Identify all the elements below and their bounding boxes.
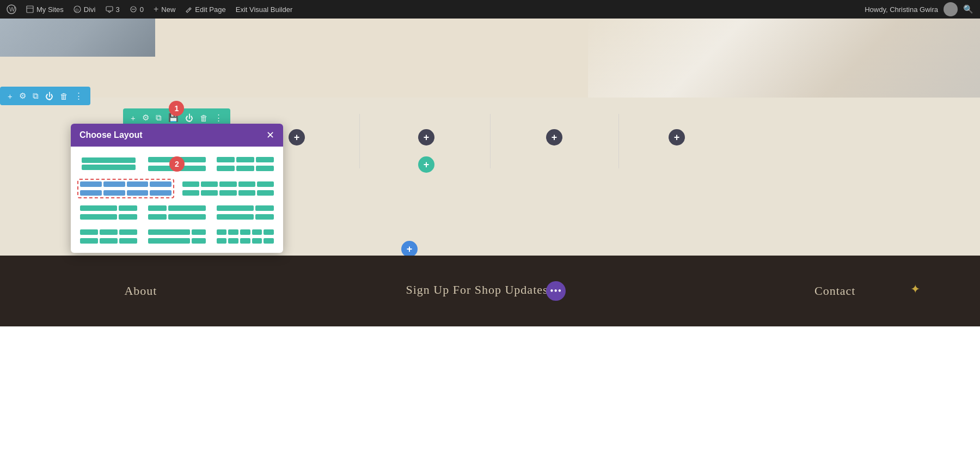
footer-about[interactable]: About	[124, 284, 157, 298]
divider-line-1	[359, 114, 360, 168]
layout-three-unequal[interactable]	[145, 203, 208, 222]
plus-button-teal[interactable]: +	[418, 156, 434, 173]
top-image-right	[588, 19, 980, 98]
plus-button-2[interactable]: +	[418, 129, 434, 145]
my-sites-link[interactable]: My Sites	[26, 5, 64, 14]
clone-icon[interactable]: ⧉	[30, 90, 41, 102]
wp-logo[interactable]: W	[7, 4, 16, 14]
layout-row4-2[interactable]	[145, 227, 208, 246]
more-icon[interactable]: ⋮	[72, 90, 85, 102]
close-button[interactable]: ✕	[266, 130, 274, 140]
purple-dots-button[interactable]: •••	[546, 281, 566, 301]
replies-link[interactable]: 0	[130, 5, 144, 14]
plus-button-4[interactable]: +	[669, 129, 685, 145]
svg-text:W: W	[9, 6, 15, 13]
divider-line-3	[618, 114, 619, 168]
delete-icon[interactable]: 🗑	[58, 90, 70, 102]
add-row-icon[interactable]: +	[5, 90, 15, 102]
clone-icon[interactable]: ⧉	[154, 112, 164, 124]
page-wrapper: + ⚙ ⧉ ⏻ 🗑 ⋮ 1 + ⚙ ⧉ 💾 ⏻ 🗑 ⋮ Choose Layou…	[0, 19, 980, 461]
more-icon[interactable]: ⋮	[212, 112, 225, 124]
delete-icon[interactable]: 🗑	[198, 112, 210, 124]
power-icon[interactable]: ⏻	[43, 90, 56, 102]
svg-rect-6	[106, 7, 113, 11]
choose-layout-title: Choose Layout	[79, 130, 143, 140]
layout-two-unequal2[interactable]	[214, 203, 277, 222]
layout-row4-1[interactable]	[77, 227, 140, 246]
search-icon[interactable]: 🔍	[963, 4, 973, 14]
top-strip	[0, 19, 980, 98]
admin-bar: W My Sites D Divi 3 0 + New Edit Page Ex…	[0, 0, 980, 19]
layout-row-2	[77, 179, 277, 198]
layout-row4-3[interactable]	[214, 227, 277, 246]
settings-icon[interactable]: ⚙	[17, 90, 28, 102]
power-icon[interactable]: ⏻	[183, 112, 195, 124]
mid-section: 1 + ⚙ ⧉ 💾 ⏻ 🗑 ⋮ Choose Layout ✕	[0, 98, 980, 326]
svg-line-9	[189, 9, 190, 10]
layout-single[interactable]	[77, 153, 140, 174]
svg-rect-2	[27, 6, 33, 13]
svg-text:D: D	[75, 8, 78, 13]
edit-page-link[interactable]: Edit Page	[185, 5, 225, 14]
choose-layout-panel: Choose Layout ✕ 2	[71, 124, 283, 253]
plus-button-3[interactable]: +	[546, 129, 562, 145]
layout-four-normal[interactable]	[180, 179, 277, 198]
new-link[interactable]: + New	[154, 4, 175, 14]
badge-1: 1	[169, 101, 184, 116]
choose-layout-header: Choose Layout ✕	[71, 124, 283, 147]
plus-button-bottom[interactable]: +	[401, 241, 418, 257]
layout-two-equal[interactable]: 2	[145, 154, 208, 174]
add-row-icon[interactable]: +	[128, 112, 138, 124]
top-image-left	[0, 19, 155, 57]
layout-row-4	[77, 227, 277, 246]
footer-contact[interactable]: Contact	[814, 284, 855, 298]
footer-star: ✦	[910, 282, 920, 296]
divi-link[interactable]: D Divi	[74, 5, 96, 14]
divider-line-2	[490, 114, 491, 168]
layout-row-1: 2	[77, 153, 277, 174]
footer-signup: Sign Up For Shop Updates •••	[406, 281, 566, 301]
admin-bar-right: Howdy, Christina Gwira 🔍	[865, 2, 973, 16]
footer-bar: About Sign Up For Shop Updates ••• Conta…	[0, 256, 980, 326]
layout-two-unequal[interactable]	[77, 203, 140, 222]
avatar[interactable]	[944, 2, 958, 16]
layout-three-equal[interactable]	[214, 154, 277, 174]
comments-link[interactable]: 3	[106, 5, 120, 14]
badge-2: 2	[169, 156, 185, 172]
layout-row-3	[77, 203, 277, 222]
row-toolbar-blue[interactable]: + ⚙ ⧉ ⏻ 🗑 ⋮	[0, 87, 90, 105]
layout-grid: 2	[71, 147, 283, 253]
settings-icon[interactable]: ⚙	[140, 112, 151, 124]
layout-four-selected[interactable]	[77, 179, 174, 198]
exit-visual-builder-link[interactable]: Exit Visual Builder	[236, 5, 293, 14]
plus-button-1[interactable]: +	[289, 129, 305, 145]
